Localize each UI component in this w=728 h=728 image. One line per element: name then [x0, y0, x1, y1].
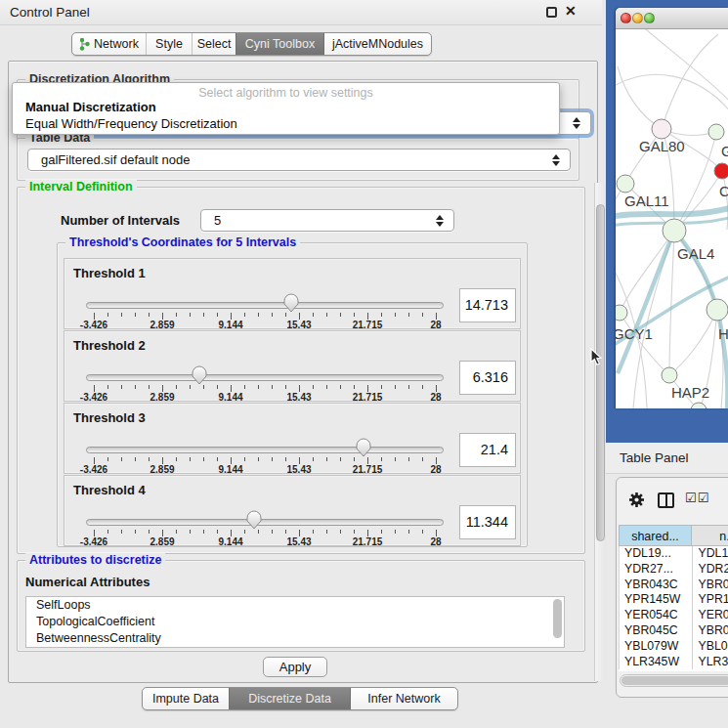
scale-label: 9.144 [201, 464, 260, 475]
tab-cyni-toolbox[interactable]: Cyni Toolbox [236, 33, 323, 55]
list-scrollbar[interactable] [553, 599, 562, 638]
major-tick [231, 313, 232, 320]
num-intervals-combobox[interactable]: 5 [200, 209, 454, 232]
apply-button[interactable]: Apply [263, 657, 327, 677]
cell-shared-name: YER054C [620, 608, 693, 623]
threshold-value-field[interactable]: 11.344 [459, 505, 516, 539]
slider-thumb[interactable] [355, 437, 372, 458]
minor-tick [395, 530, 396, 534]
network-node-gal4[interactable] [663, 219, 686, 242]
cell-shared-name: YBL079W [620, 639, 693, 655]
scale-label: -3.426 [64, 320, 123, 330]
table-row[interactable]: YDL19...YDL1... [620, 546, 728, 562]
tab-impute-data[interactable]: Impute Data [143, 688, 229, 709]
tab-label: Cyni Toolbox [245, 37, 315, 51]
minor-tick [176, 530, 177, 534]
tab-select[interactable]: Select [192, 33, 236, 55]
minor-tick [272, 457, 273, 461]
table-row[interactable]: YBR045CYBR0... [620, 623, 728, 639]
cell-name: YER0... [693, 608, 728, 623]
major-tick [299, 530, 300, 536]
close-icon[interactable]: ✕ [565, 3, 577, 19]
popup-item-equal-width-frequency-discretization[interactable]: Equal Width/Frequency Discretization [13, 115, 559, 132]
network-canvas[interactable]: GAL80GAL11GAL4GCY1HHAP2GC [616, 29, 728, 408]
column-header-name[interactable]: n... [692, 525, 728, 546]
checkboxes-icon[interactable]: ☑☑ [685, 491, 709, 505]
vertical-scrollbar[interactable] [594, 183, 606, 681]
threshold-label: Threshold 2 [73, 338, 146, 353]
zoom-traffic-light-icon[interactable] [644, 13, 655, 23]
numerical-attributes-list[interactable]: SelfLoopsTopologicalCoefficientBetweenne… [25, 596, 565, 648]
threshold-slider[interactable]: -3.4262.8599.14415.4321.71528 [84, 294, 446, 329]
minor-tick [149, 457, 150, 461]
minor-tick [107, 530, 108, 534]
network-node[interactable] [708, 124, 724, 140]
minimize-traffic-light-icon[interactable] [632, 13, 643, 23]
minor-tick [244, 457, 245, 461]
table-data-combobox[interactable]: galFiltered.sif default node [27, 149, 571, 171]
attribute-item[interactable]: BetweennessCentrality [26, 630, 564, 647]
tab-label: jActiveMNodules [332, 37, 423, 51]
network-node-gal80[interactable] [652, 119, 671, 139]
minor-tick [190, 313, 191, 317]
column-header-shared-name[interactable]: shared... [619, 525, 692, 546]
network-node-hap2[interactable] [662, 367, 677, 383]
popup-item-manual-discretization[interactable]: Manual Discretization [13, 99, 559, 115]
table-row[interactable]: YLR345WYLR3... [620, 655, 728, 669]
table-row[interactable]: YDR27...YDR2... [620, 562, 728, 578]
attribute-item[interactable]: TopologicalCoefficient [26, 614, 564, 630]
scale-label: -3.426 [64, 536, 123, 547]
table-row[interactable]: YBR043CYBR0... [620, 578, 728, 593]
float-panel-icon[interactable] [546, 7, 557, 18]
minor-tick [149, 313, 150, 317]
attribute-item[interactable]: SelfLoops [26, 597, 564, 614]
threshold-slider[interactable]: -3.4262.8599.14415.4321.71528 [84, 511, 446, 546]
tab-label: Discretize Data [248, 692, 331, 706]
scrollbar-thumb[interactable] [621, 676, 728, 685]
node-table-widget: ☑☑ shared... n... YDL19...YDL1...YDR27..… [616, 477, 728, 698]
table-data-value: galFiltered.sif default node [41, 152, 190, 167]
network-node-gcy1[interactable] [616, 305, 627, 321]
control-panel-titlebar: Control Panel ✕ [0, 0, 602, 25]
tab-infer-network[interactable]: Infer Network [350, 688, 457, 709]
threshold-value-field[interactable]: 6.316 [459, 361, 516, 395]
major-tick [94, 385, 95, 392]
network-icon [79, 37, 90, 51]
interval-definition-group: Interval Definition Number of Intervals … [17, 187, 585, 554]
table-row[interactable]: YPR145WYPR1... [620, 592, 728, 608]
slider-track[interactable] [86, 302, 444, 309]
node-table[interactable]: shared... n... YDL19...YDL1...YDR27...YD… [619, 525, 728, 671]
threshold-value-field[interactable]: 21.4 [459, 433, 516, 467]
threshold-value-field[interactable]: 14.713 [459, 288, 516, 322]
threshold-slider[interactable]: -3.4262.8599.14415.4321.71528 [84, 439, 446, 474]
threshold-row: Threshold 1-3.4262.8599.14415.4321.71528… [64, 258, 521, 329]
minor-tick [203, 457, 204, 461]
cell-name: YLR3... [693, 655, 728, 669]
minor-tick [326, 313, 327, 317]
table-row[interactable]: YBL079WYBL0... [620, 639, 728, 655]
tab-discretize-data[interactable]: Discretize Data [229, 688, 350, 709]
table-row[interactable]: YER054CYER0... [620, 608, 728, 623]
tab-jactivemnodules[interactable]: jActiveMNodules [323, 33, 431, 55]
gear-icon[interactable] [628, 492, 645, 508]
slider-track[interactable] [86, 374, 444, 381]
slider-track[interactable] [86, 519, 444, 526]
threshold-slider[interactable]: -3.4262.8599.14415.4321.71528 [84, 366, 446, 402]
minor-tick [285, 457, 286, 461]
tab-style[interactable]: Style [146, 33, 192, 55]
network-node-h[interactable] [707, 299, 728, 321]
slider-thumb[interactable] [282, 292, 300, 314]
network-node-gal11[interactable] [617, 175, 634, 193]
close-traffic-light-icon[interactable] [621, 13, 631, 23]
scrollbar-thumb[interactable] [596, 204, 605, 541]
horizontal-scrollbar[interactable] [620, 674, 728, 687]
attributes-group: Attributes to discretize Numerical Attri… [17, 560, 585, 652]
slider-track[interactable] [86, 447, 444, 453]
cell-name: YDL1... [693, 546, 728, 562]
minor-tick [176, 385, 177, 389]
slider-thumb[interactable] [245, 509, 263, 531]
tab-network[interactable]: Network [72, 33, 146, 55]
slider-thumb[interactable] [191, 364, 208, 386]
network-node[interactable] [714, 163, 728, 179]
columns-icon[interactable] [658, 492, 674, 508]
